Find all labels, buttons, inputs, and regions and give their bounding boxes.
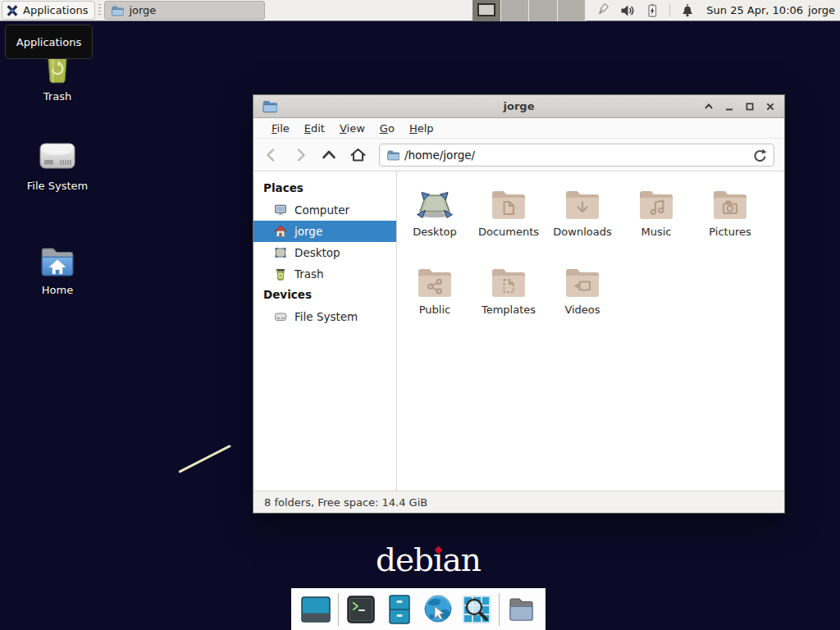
workspace-window-preview	[477, 3, 495, 16]
desktop-icon	[274, 246, 287, 259]
menu-edit[interactable]: Edit	[297, 120, 332, 137]
hard-drive-icon	[274, 310, 287, 323]
toolbar: /home/jorge/	[253, 139, 784, 171]
file-item-documents[interactable]: Documents	[472, 186, 545, 264]
file-item-pictures[interactable]: Pictures	[694, 186, 766, 264]
debian-logo-text: deb	[376, 541, 433, 578]
workspace-2[interactable]	[501, 0, 530, 21]
hard-drive-icon	[37, 139, 78, 176]
trash-icon	[274, 267, 287, 281]
desktop-icon-label: Trash	[43, 90, 71, 103]
sidebar-item-label: File System	[294, 310, 358, 323]
sidebar: Places Computer	[253, 171, 397, 491]
file-manager-window: jorge File Edit View Go Help	[253, 94, 785, 514]
computer-icon	[274, 203, 287, 217]
desktop-icon-label: Home	[42, 284, 73, 296]
workspace-1[interactable]	[472, 0, 501, 21]
top-panel: Applications jorge	[0, 0, 840, 21]
menu-file[interactable]: File	[264, 120, 297, 137]
file-label: Templates	[482, 304, 536, 316]
home-folder-icon	[37, 242, 78, 280]
bottom-dock	[291, 588, 546, 630]
debian-logo-i: ı	[433, 541, 442, 578]
directory-menu-icon[interactable]	[505, 593, 538, 626]
sidebar-item-computer[interactable]: Computer	[253, 199, 396, 221]
battery-icon[interactable]	[645, 3, 660, 18]
xfce-logo-icon	[6, 4, 19, 17]
taskbar-window-label: jorge	[129, 4, 156, 16]
sidebar-item-trash[interactable]: Trash	[253, 263, 396, 285]
window-content: Places Computer	[253, 171, 784, 491]
menubar: File Edit View Go Help	[253, 118, 784, 139]
panel-clock[interactable]: Sun 25 Apr, 10:06	[706, 4, 803, 16]
desktop-line-artifact	[178, 445, 231, 473]
desktop-icon-file-system[interactable]: File System	[18, 139, 97, 192]
workspace-3[interactable]	[529, 0, 558, 21]
file-label: Videos	[564, 304, 600, 316]
file-label: Pictures	[709, 226, 751, 238]
menu-go[interactable]: Go	[372, 120, 402, 137]
forward-button[interactable]	[292, 147, 308, 163]
maximize-button[interactable]	[744, 101, 756, 112]
show-desktop-icon[interactable]	[299, 593, 332, 626]
applications-menu-label: Applications	[23, 4, 88, 16]
file-label: Documents	[478, 226, 539, 238]
sidebar-item-label: Desktop	[294, 246, 340, 259]
window-icon	[262, 98, 277, 114]
folder-icon	[386, 148, 399, 162]
file-cabinet-icon[interactable]	[383, 593, 416, 626]
dock-separator	[499, 593, 500, 626]
file-label: Public	[419, 304, 450, 316]
desktop-icon-label: File System	[27, 180, 88, 192]
web-browser-icon[interactable]	[422, 593, 454, 626]
workspace-4[interactable]	[558, 0, 587, 21]
application-finder-icon[interactable]	[460, 593, 493, 626]
file-item-downloads[interactable]: Downloads	[546, 186, 619, 264]
folder-icon	[111, 4, 124, 17]
close-button[interactable]	[765, 101, 776, 112]
back-button[interactable]	[263, 147, 280, 163]
dock-separator	[338, 593, 339, 626]
minimize-button[interactable]	[724, 101, 735, 112]
up-button[interactable]	[321, 147, 337, 163]
notification-bell-icon[interactable]	[680, 3, 695, 18]
file-item-templates[interactable]: Templates	[472, 264, 545, 342]
file-item-public[interactable]: Public	[399, 264, 471, 342]
menu-help[interactable]: Help	[402, 120, 441, 137]
panel-username[interactable]: jorge	[808, 4, 835, 16]
file-item-videos[interactable]: Videos	[546, 264, 619, 342]
debian-logo-text-end: an	[443, 541, 481, 578]
home-button[interactable]	[349, 147, 367, 163]
downloads-folder-icon	[563, 186, 602, 222]
templates-folder-icon	[489, 264, 528, 300]
panel-grip[interactable]	[98, 4, 101, 17]
location-path[interactable]: /home/jorge/	[404, 148, 475, 162]
terminal-icon[interactable]	[345, 593, 377, 626]
sidebar-item-desktop[interactable]: Desktop	[253, 242, 396, 263]
file-label: Desktop	[413, 226, 457, 238]
pictures-folder-icon	[710, 186, 750, 222]
applications-menu-button[interactable]: Applications	[2, 1, 95, 20]
home-icon	[274, 225, 287, 238]
file-item-desktop[interactable]: Desktop	[399, 186, 471, 264]
applications-tooltip: Applications	[5, 25, 93, 59]
desktop-icon-home[interactable]: Home	[18, 242, 97, 296]
sidebar-item-jorge[interactable]: jorge	[253, 221, 396, 242]
shade-button[interactable]	[703, 101, 714, 112]
desktop-workspace-icon	[415, 186, 454, 222]
menu-view[interactable]: View	[332, 120, 372, 137]
volume-icon[interactable]	[620, 3, 635, 18]
location-bar[interactable]: /home/jorge/	[379, 144, 774, 167]
videos-folder-icon	[563, 264, 602, 300]
stylus-icon[interactable]	[596, 3, 610, 18]
workspace-pager[interactable]	[472, 0, 586, 21]
window-titlebar[interactable]: jorge	[253, 95, 784, 118]
file-label: Music	[641, 226, 672, 238]
file-item-music[interactable]: Music	[620, 186, 692, 264]
taskbar-window-button[interactable]: jorge	[104, 1, 265, 20]
sidebar-item-file-system[interactable]: File System	[253, 306, 396, 327]
reload-icon[interactable]	[752, 148, 767, 162]
sidebar-item-label: Trash	[294, 267, 324, 281]
file-grid: Desktop Documents	[397, 171, 784, 491]
tray-separator	[669, 4, 670, 17]
